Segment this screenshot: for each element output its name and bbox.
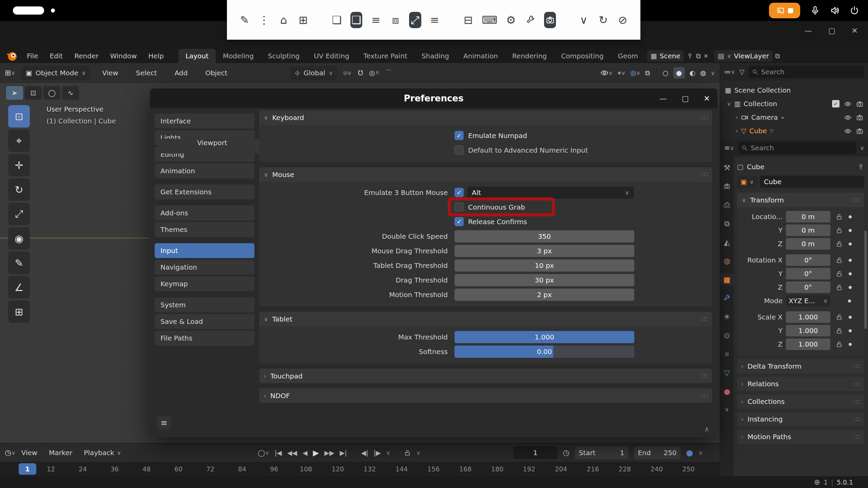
current-frame-field[interactable]: 1 <box>513 446 557 459</box>
tab-shading[interactable]: Shading <box>414 49 456 63</box>
prev-keyframe-button[interactable]: ◀◀ <box>287 449 297 456</box>
power-icon[interactable] <box>850 6 859 15</box>
drag-grip[interactable]: ∷∷ <box>854 433 860 441</box>
gizmos-toggle[interactable]: ⌖∨ <box>617 69 625 77</box>
hide-eye-icon[interactable] <box>844 114 851 121</box>
unlink-scene-icon[interactable]: ✕ <box>703 53 708 59</box>
overlays-toggle[interactable]: ◎∨ <box>630 69 640 77</box>
timeline-editor-icon[interactable]: ◷∨ <box>5 448 16 457</box>
prefs-nav-get-extensions[interactable]: Get Extensions <box>155 184 254 199</box>
panel-delta-transform[interactable]: ›Delta Transform∷∷ <box>737 359 864 373</box>
redo-icon[interactable]: ↻ <box>597 12 609 28</box>
collapse-chevron-icon[interactable]: ∨ <box>578 12 590 28</box>
chevron-down-icon[interactable]: ∨ <box>711 70 715 76</box>
animate-dot[interactable] <box>849 316 852 319</box>
tab-tool[interactable]: ⚒ <box>720 161 733 174</box>
scale-z-field[interactable]: 1.000 <box>786 338 830 350</box>
panel-relations[interactable]: ›Relations∷∷ <box>737 377 864 391</box>
next-keyframe-button[interactable]: ▶▶ <box>324 449 334 456</box>
hide-eye-icon[interactable] <box>844 100 851 108</box>
viewport-menu-object[interactable]: Object <box>199 63 233 82</box>
tab-render[interactable] <box>720 180 733 192</box>
chevron-down-icon[interactable]: ∨ <box>860 144 864 151</box>
lock-icon[interactable] <box>836 327 843 334</box>
chevron-down-icon[interactable]: ∨ <box>699 449 703 456</box>
window-minimize-icon[interactable]: — <box>805 26 812 35</box>
window-maximize-icon[interactable]: ▢ <box>828 26 835 35</box>
viewlayer-selector[interactable]: ▤ ∨ ViewLayer <box>714 50 772 62</box>
double-click-speed-slider[interactable]: 350 <box>455 230 634 242</box>
hide-eye-icon[interactable] <box>844 128 851 135</box>
play-reverse-button[interactable]: ◀ <box>303 449 308 456</box>
shading-rendered-icon[interactable]: ◍ <box>700 69 706 77</box>
disable-render-icon[interactable] <box>856 128 863 135</box>
mouse-section-header[interactable]: ∨ Mouse ∷∷ <box>259 167 712 182</box>
animate-dot[interactable] <box>849 242 852 246</box>
expand-icon[interactable]: › <box>736 114 738 121</box>
prefs-nav-interface[interactable]: Interface <box>155 114 254 129</box>
outliner-row-collection[interactable]: ∨ ▥ Collection ✓ <box>720 97 868 111</box>
cursor-tool[interactable]: ⌖ <box>8 130 30 152</box>
scale-y-field[interactable]: 1.000 <box>786 325 830 336</box>
touchpad-section-header[interactable]: › Touchpad ∷∷ <box>259 369 712 383</box>
collapse-icon[interactable]: ∨ <box>727 100 731 107</box>
location-y-field[interactable]: 0 m <box>786 225 830 236</box>
drag-grip[interactable]: ∷∷ <box>854 363 860 370</box>
prefs-nav-navigation[interactable]: Navigation <box>155 260 254 275</box>
pin-icon[interactable] <box>687 53 693 59</box>
drag-grip[interactable]: ∷∷ <box>854 380 860 388</box>
tab-uv-editing[interactable]: UV Editing <box>307 49 356 63</box>
recording-stop-button[interactable] <box>769 3 800 18</box>
prefs-nav-input[interactable]: Input <box>155 243 254 258</box>
scale-tool[interactable]: ⤢ <box>8 203 30 225</box>
continuous-grab-checkbox[interactable] <box>455 202 464 212</box>
expand-icon[interactable]: › <box>736 128 738 134</box>
drag-threshold-slider[interactable]: 30 px <box>455 274 634 286</box>
filter-icon[interactable]: ▽ <box>739 68 744 76</box>
prefs-nav-keymap[interactable]: Keymap <box>155 276 254 291</box>
move-tool[interactable]: ✛ <box>8 154 30 176</box>
emulate-3-button-checkbox[interactable]: ✓ <box>455 188 464 197</box>
scene-selector[interactable]: ▦ Scene <box>647 50 684 62</box>
home-icon[interactable]: ⌂ <box>277 12 290 28</box>
release-confirms-checkbox[interactable]: ✓ <box>455 217 464 226</box>
timeline-menu-playback[interactable]: Playback∨ <box>78 443 127 462</box>
blender-logo[interactable] <box>6 50 18 62</box>
prefs-nav-file-paths[interactable]: File Paths <box>155 331 254 346</box>
location-z-field[interactable]: 0 m <box>786 238 830 250</box>
tablet-drag-threshold-slider[interactable]: 10 px <box>455 259 634 272</box>
measure-tool[interactable]: ∠ <box>8 276 30 298</box>
timeline-menu-view[interactable]: View <box>16 443 43 462</box>
timeline-ruler[interactable]: 1 12 24 36 48 60 72 84 96 108 120 132 14… <box>0 462 720 476</box>
tab-scene[interactable]: ◭ <box>720 236 733 248</box>
drag-grip[interactable]: ∷∷ <box>701 372 707 379</box>
drag-grip[interactable]: ∷∷ <box>701 315 707 323</box>
keying-set-icon[interactable] <box>404 449 411 456</box>
prefs-nav-system[interactable]: System <box>155 297 254 312</box>
advanced-numeric-input-checkbox[interactable] <box>455 145 464 155</box>
more-options-icon[interactable]: ⋮ <box>258 12 270 28</box>
settings-gear-icon[interactable]: ⚙ <box>505 12 517 28</box>
scrollbar[interactable] <box>864 231 867 329</box>
snap-target-icon[interactable]: ⌾∨ <box>343 69 351 77</box>
tab-particles[interactable]: ✳ <box>720 311 733 323</box>
animate-dot[interactable] <box>849 286 852 289</box>
copy-scene-icon[interactable]: ⧉ <box>696 52 701 60</box>
next-frame-button[interactable]: |▶ <box>374 449 381 456</box>
tab-geometry[interactable]: Geom <box>611 49 645 63</box>
playhead[interactable]: 1 <box>19 463 36 475</box>
prefs-nav-viewport[interactable]: Viewport <box>159 139 259 154</box>
timeline-menu-marker[interactable]: Marker <box>43 443 78 462</box>
box-select-tool[interactable]: ⊡ <box>8 105 30 128</box>
proportional-editing-icon[interactable]: ◎∨ <box>369 69 379 77</box>
new-window-icon[interactable]: ⊞ <box>297 12 309 28</box>
lock-icon[interactable] <box>836 314 843 320</box>
keyboard-section-header[interactable]: ∨ Keyboard ∷∷ <box>259 110 712 125</box>
chevron-down-icon[interactable]: ∨ <box>416 449 420 456</box>
menu-file[interactable]: File <box>21 49 44 63</box>
editor-type-icon[interactable]: ⊞∨ <box>5 69 15 77</box>
tab-rendering[interactable]: Rendering <box>505 49 554 63</box>
play-button[interactable]: ▶ <box>313 448 319 457</box>
tab-output[interactable]: ⎙ <box>720 199 733 211</box>
tab-constraints[interactable]: ⌗ <box>720 348 733 360</box>
